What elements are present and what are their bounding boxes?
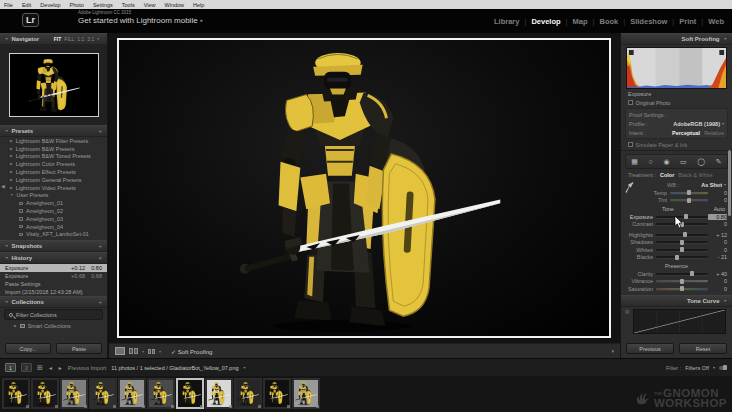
blacks-value[interactable]: - 21 bbox=[708, 254, 727, 260]
filmstrip-thumbnail-4[interactable] bbox=[89, 378, 117, 409]
module-print[interactable]: Print bbox=[679, 17, 696, 26]
menu-photo[interactable]: Photo bbox=[70, 2, 84, 8]
filter-value-dropdown[interactable]: Filters Off bbox=[685, 365, 709, 371]
soft-proofing-header[interactable]: Soft Proofing ▼ bbox=[621, 33, 732, 45]
copy-button[interactable]: Copy... bbox=[5, 343, 51, 354]
wb-row[interactable]: WB : As Shot ▾ bbox=[635, 180, 732, 189]
whites-slider-knob[interactable] bbox=[680, 247, 684, 252]
vibrance-slider-track[interactable] bbox=[656, 280, 708, 282]
blacks-slider-track[interactable] bbox=[656, 256, 708, 258]
filmstrip-thumbnail-9[interactable] bbox=[234, 378, 262, 409]
filmstrip-thumbnail-5[interactable] bbox=[118, 378, 146, 409]
compare-view-icon[interactable] bbox=[129, 348, 138, 354]
before-after-view-icon[interactable] bbox=[148, 349, 155, 354]
preset-group[interactable]: ▶Lightroom Video Presets bbox=[0, 184, 107, 192]
zoom-fill[interactable]: FILL bbox=[64, 36, 74, 42]
clarity-value[interactable]: + 40 bbox=[708, 271, 727, 277]
preset-item[interactable]: Vitaly_KFT_LamboSet-01 bbox=[0, 231, 107, 239]
simulate-paper-ink-row[interactable]: Simulate Paper & Ink bbox=[621, 140, 732, 149]
soft-proofing-toggle[interactable]: ✓ Soft Proofing bbox=[171, 348, 212, 355]
menu-help[interactable]: Help bbox=[193, 2, 204, 8]
filmstrip-thumbnail-7-selected[interactable] bbox=[176, 378, 204, 409]
temp-slider-track[interactable] bbox=[670, 192, 708, 194]
vibrance-slider-knob[interactable] bbox=[680, 279, 684, 284]
preset-item[interactable]: Amelgheon_04 bbox=[0, 223, 107, 231]
collapse-left-panel-icon[interactable]: ◀ bbox=[1, 183, 5, 189]
snapshots-header[interactable]: ▼ Snapshots + bbox=[0, 240, 107, 252]
clear-history-icon[interactable]: × bbox=[98, 255, 102, 261]
source-label[interactable]: Previous Import bbox=[68, 365, 107, 371]
previous-button[interactable]: Previous bbox=[626, 343, 674, 354]
history-step[interactable]: Import (2/15/2018 12:43:28 AM) bbox=[0, 288, 107, 296]
preset-group[interactable]: ▶Lightroom General Presets bbox=[0, 176, 107, 184]
preset-group[interactable]: ▶Lightroom B&W Toned Presets bbox=[0, 153, 107, 161]
highlights-slider-knob[interactable] bbox=[683, 232, 687, 237]
history-step[interactable]: Exposure +0.68 0.68 bbox=[0, 272, 107, 280]
contrast-value[interactable]: 0 bbox=[708, 221, 727, 227]
temp-value[interactable]: 0 bbox=[708, 190, 727, 196]
preset-group[interactable]: ▶Lightroom B&W Filter Presets bbox=[0, 137, 107, 145]
collections-header[interactable]: ▼ Collections + bbox=[0, 296, 107, 308]
saturation-slider-track[interactable] bbox=[656, 288, 708, 290]
profile-row[interactable]: Profile : AdobeRGB (1998) ▾ bbox=[629, 119, 724, 128]
tint-slider-track[interactable] bbox=[670, 199, 708, 201]
targeted-adjustment-icon[interactable]: ◎ bbox=[625, 308, 629, 314]
toolbar-options-icon[interactable]: ▾ bbox=[611, 348, 614, 354]
history-header[interactable]: ▼ History × bbox=[0, 252, 107, 264]
module-library[interactable]: Library bbox=[494, 17, 519, 26]
history-step-selected[interactable]: Exposure +0.12 0.80 bbox=[0, 264, 107, 272]
temp-slider-knob[interactable] bbox=[687, 190, 691, 195]
exposure-slider-knob[interactable] bbox=[684, 214, 688, 219]
menu-settings[interactable]: Settings bbox=[93, 2, 113, 8]
saturation-value[interactable]: 0 bbox=[708, 286, 727, 292]
preset-item[interactable]: Amelgheon_01 bbox=[0, 199, 107, 207]
loupe-view-icon[interactable] bbox=[115, 347, 125, 355]
filmstrip-thumbnail-11[interactable] bbox=[292, 378, 320, 409]
history-step[interactable]: Paste Settings bbox=[0, 280, 107, 288]
preset-group[interactable]: ▶Lightroom B&W Presets bbox=[0, 145, 107, 153]
filmstrip-thumbnail-8[interactable] bbox=[205, 378, 233, 409]
grid-view-icon[interactable]: ⊞ bbox=[37, 364, 43, 372]
filmstrip-status[interactable]: 11 photos / 1 selected / GladiatorBot_Ye… bbox=[111, 365, 238, 371]
original-photo-checkbox[interactable] bbox=[628, 100, 633, 105]
preset-group[interactable]: ▶Lightroom Effect Presets bbox=[0, 168, 107, 176]
zoom-3-1[interactable]: 3:1 bbox=[87, 36, 94, 42]
radial-filter-tool-icon[interactable]: ◯ bbox=[697, 158, 705, 166]
chevron-down-icon[interactable]: ▾ bbox=[142, 349, 144, 354]
chevron-down-icon[interactable]: ▾ bbox=[244, 365, 246, 370]
paste-button[interactable]: Paste bbox=[56, 343, 102, 354]
original-photo-row[interactable]: Original Photo bbox=[621, 98, 732, 107]
chevron-down-icon[interactable]: ▾ bbox=[97, 37, 99, 41]
presets-header[interactable]: ▼ Presets + bbox=[0, 125, 107, 137]
filmstrip-thumbnail-2[interactable] bbox=[31, 378, 59, 409]
tone-curve-header[interactable]: Tone Curve ▼ bbox=[621, 295, 732, 307]
filmstrip-thumbnail-10[interactable] bbox=[263, 378, 291, 409]
filter-switch[interactable] bbox=[719, 366, 727, 370]
saturation-slider-knob[interactable] bbox=[680, 286, 684, 291]
menu-develop[interactable]: Develop bbox=[40, 2, 60, 8]
clarity-slider-track[interactable] bbox=[656, 273, 708, 275]
crop-tool-icon[interactable]: ▦ bbox=[631, 158, 638, 166]
module-develop[interactable]: Develop bbox=[531, 17, 560, 26]
exposure-value[interactable]: 0.80 bbox=[708, 214, 727, 220]
smart-collections-item[interactable]: ▶ Smart Collections bbox=[0, 321, 107, 331]
clarity-slider-knob[interactable] bbox=[690, 271, 694, 276]
whites-slider-track[interactable] bbox=[656, 249, 708, 251]
filmstrip-thumbnail-1[interactable] bbox=[2, 378, 30, 409]
highlights-value[interactable]: + 12 bbox=[708, 232, 727, 238]
spot-removal-tool-icon[interactable]: ○ bbox=[649, 158, 653, 165]
profile-value[interactable]: AdobeRGB (1998) bbox=[673, 121, 720, 127]
module-map[interactable]: Map bbox=[573, 17, 588, 26]
navigator-preview[interactable] bbox=[0, 45, 107, 125]
shadows-value[interactable]: 0 bbox=[708, 239, 727, 245]
preset-group[interactable]: ▶Lightroom Color Presets bbox=[0, 160, 107, 168]
module-book[interactable]: Book bbox=[600, 17, 619, 26]
adjustment-brush-tool-icon[interactable]: ✎ bbox=[716, 158, 722, 166]
shadows-slider-track[interactable] bbox=[656, 241, 708, 243]
intent-perceptual-button[interactable]: Perceptual bbox=[672, 130, 700, 136]
menu-file[interactable]: File bbox=[4, 2, 13, 8]
add-collection-icon[interactable]: + bbox=[98, 299, 102, 305]
zoom-1-1[interactable]: 1:1 bbox=[77, 36, 84, 42]
navigator-header[interactable]: ▼ Navigator FIT FILL 1:1 3:1 ▾ bbox=[0, 33, 107, 45]
photo-gladiatorbot[interactable] bbox=[119, 40, 609, 336]
